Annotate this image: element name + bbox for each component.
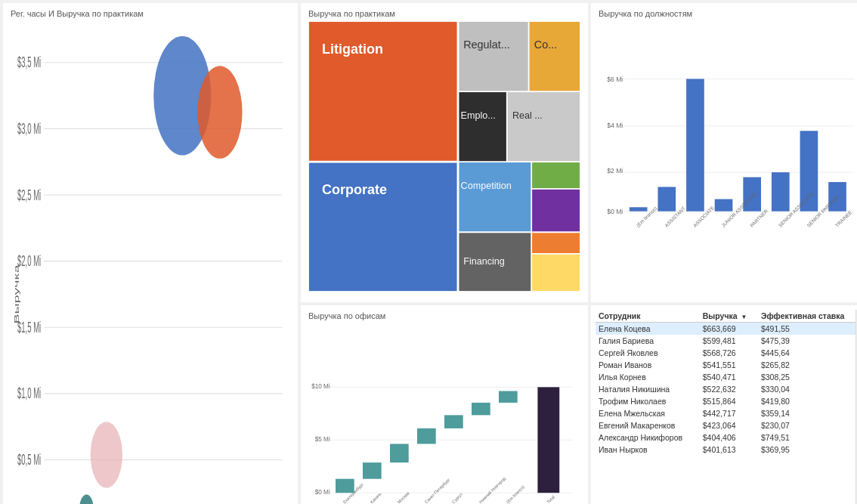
svg-rect-71 bbox=[715, 199, 733, 212]
employee-rate: $491,55 bbox=[758, 323, 857, 335]
svg-rect-33 bbox=[529, 21, 580, 91]
svg-rect-69 bbox=[657, 187, 676, 211]
employee-rate: $749,51 bbox=[758, 431, 857, 444]
svg-rect-39 bbox=[507, 91, 580, 162]
employee-revenue: $540,471 bbox=[700, 371, 758, 383]
employee-revenue: $663,669 bbox=[700, 323, 758, 335]
svg-rect-96 bbox=[499, 391, 518, 403]
svg-text:Санкт-Петербург: Санкт-Петербург bbox=[424, 478, 451, 504]
employee-rate: $265,82 bbox=[758, 359, 857, 371]
table-row[interactable]: Трофим Николаев $515,864 $419,80 bbox=[596, 395, 857, 407]
scatter-title: Рег. часы И Выручка по практикам bbox=[11, 9, 290, 18]
svg-text:$1,0 Mi: $1,0 Mi bbox=[17, 385, 41, 402]
office-title: Выручка по офисам bbox=[308, 311, 580, 320]
employee-revenue: $442,717 bbox=[700, 407, 758, 419]
employee-rate: $230,07 bbox=[758, 419, 857, 431]
employee-rate: $475,39 bbox=[758, 335, 857, 347]
svg-text:$2,0 Mi: $2,0 Mi bbox=[17, 252, 41, 269]
employee-revenue: $515,864 bbox=[700, 395, 758, 407]
svg-text:Competition: Competition bbox=[461, 181, 512, 191]
employee-revenue: $522,632 bbox=[700, 383, 758, 395]
svg-rect-70 bbox=[686, 79, 704, 211]
employee-name: Александр Никифоров bbox=[596, 431, 700, 444]
employee-name: Сергей Яковлев bbox=[596, 347, 700, 359]
svg-point-23 bbox=[79, 495, 94, 504]
employee-table: Сотрудник Выручка ▼ Эффективная ставка Е… bbox=[596, 310, 857, 456]
table-row[interactable]: Илья Корнев $540,471 $308,25 bbox=[596, 371, 857, 383]
table-panel: Сотрудник Выручка ▼ Эффективная ставка Е… bbox=[591, 305, 857, 504]
svg-rect-68 bbox=[630, 207, 648, 211]
table-row[interactable]: Галия Бариева $599,481 $475,39 bbox=[596, 335, 857, 347]
table-row[interactable]: Елена Коцева $663,669 $491,55 bbox=[596, 323, 857, 335]
svg-text:$3,0 Mi: $3,0 Mi bbox=[17, 120, 41, 137]
employee-rate: $445,64 bbox=[758, 347, 857, 359]
sort-icon: ▼ bbox=[741, 314, 747, 320]
svg-rect-91 bbox=[363, 462, 382, 479]
employee-revenue: $541,551 bbox=[700, 359, 758, 371]
svg-rect-47 bbox=[531, 232, 580, 254]
svg-text:$5 Mi: $5 Mi bbox=[315, 436, 330, 443]
svg-rect-31 bbox=[458, 21, 529, 91]
table-row[interactable]: Наталия Никишина $522,632 $330,04 bbox=[596, 383, 857, 395]
svg-text:Выручка: Выручка bbox=[12, 264, 20, 324]
employee-name: Наталия Никишина bbox=[596, 383, 700, 395]
office-svg: $10 Mi $5 Mi $0 Mi Екатеринб bbox=[308, 323, 580, 504]
svg-point-21 bbox=[197, 66, 242, 159]
employee-rate: $369,95 bbox=[758, 444, 857, 456]
table-row[interactable]: Евгений Макаренков $423,064 $230,07 bbox=[596, 419, 857, 431]
svg-text:$0 Mi: $0 Mi bbox=[315, 489, 330, 496]
svg-rect-48 bbox=[531, 254, 580, 292]
employee-revenue: $404,406 bbox=[700, 431, 758, 444]
scatter-panel: Рег. часы И Выручка по практикам $3,5 Mi… bbox=[3, 3, 298, 504]
svg-text:Emplo...: Emplo... bbox=[461, 110, 496, 121]
svg-rect-93 bbox=[417, 428, 436, 444]
svg-rect-90 bbox=[336, 479, 354, 493]
svg-text:Нижний Новгород: Нижний Новгород bbox=[478, 476, 507, 504]
employee-name: Елена Мжельская bbox=[596, 407, 700, 419]
svg-rect-92 bbox=[390, 444, 409, 462]
svg-text:$3,5 Mi: $3,5 Mi bbox=[17, 54, 41, 71]
svg-text:Real ...: Real ... bbox=[512, 110, 543, 121]
scatter-area: $3,5 Mi $3,0 Mi $2,5 Mi $2,0 Mi $1,5 Mi … bbox=[11, 21, 290, 504]
employee-rate: $419,80 bbox=[758, 395, 857, 407]
employee-revenue: $568,726 bbox=[700, 347, 758, 359]
svg-text:Regulat...: Regulat... bbox=[463, 39, 510, 51]
scatter-svg: $3,5 Mi $3,0 Mi $2,5 Mi $2,0 Mi $1,5 Mi … bbox=[11, 21, 290, 504]
svg-rect-94 bbox=[444, 415, 463, 428]
table-row[interactable]: Сергей Яковлев $568,726 $445,64 bbox=[596, 347, 857, 359]
employee-name: Илья Корнев bbox=[596, 371, 700, 383]
svg-text:Litigation: Litigation bbox=[322, 42, 383, 57]
treemap-title: Выручка по практикам bbox=[308, 9, 580, 18]
svg-rect-37 bbox=[458, 91, 507, 162]
bar-right-panel: Выручка по должностям $6 Mi $4 Mi $2 Mi … bbox=[591, 3, 857, 302]
svg-text:$2,5 Mi: $2,5 Mi bbox=[17, 187, 41, 203]
svg-rect-73 bbox=[772, 172, 790, 212]
employee-rate: $330,04 bbox=[758, 383, 857, 395]
table-row[interactable]: Иван Нырков $401,613 $369,95 bbox=[596, 444, 857, 456]
svg-text:$4 Mi: $4 Mi bbox=[607, 122, 623, 129]
svg-text:TRAINEE: TRAINEE bbox=[834, 209, 853, 228]
bar-right-svg: $6 Mi $4 Mi $2 Mi $0 Mi bbox=[599, 21, 857, 280]
table-row[interactable]: Елена Мжельская $442,717 $359,14 bbox=[596, 407, 857, 419]
svg-text:$10 Mi: $10 Mi bbox=[311, 383, 330, 390]
col-rate[interactable]: Эффективная ставка bbox=[758, 310, 857, 323]
svg-text:$6 Mi: $6 Mi bbox=[607, 76, 623, 83]
svg-rect-95 bbox=[472, 403, 490, 415]
table-row[interactable]: Роман Иванов $541,551 $265,82 bbox=[596, 359, 857, 371]
employee-name: Евгений Макаренков bbox=[596, 419, 700, 431]
svg-text:Казань: Казань bbox=[370, 491, 382, 504]
treemap-container[interactable]: Litigation Regulat... Co... Corporate Em… bbox=[308, 21, 580, 292]
table-row[interactable]: Александр Никифоров $404,406 $749,51 bbox=[596, 431, 857, 444]
svg-text:Financing: Financing bbox=[463, 256, 505, 267]
treemap-svg: Litigation Regulat... Co... Corporate Em… bbox=[308, 21, 580, 292]
svg-text:$2 Mi: $2 Mi bbox=[607, 167, 623, 175]
svg-point-22 bbox=[91, 422, 122, 488]
office-panel: Выручка по офисам $10 Mi $5 Mi $0 Mi bbox=[301, 305, 588, 504]
svg-rect-46 bbox=[531, 189, 580, 232]
col-revenue[interactable]: Выручка ▼ bbox=[700, 310, 758, 323]
svg-text:Total: Total bbox=[546, 495, 555, 504]
svg-text:Co...: Co... bbox=[534, 39, 557, 51]
col-employee[interactable]: Сотрудник bbox=[596, 310, 700, 323]
employee-revenue: $423,064 bbox=[700, 419, 758, 431]
svg-rect-97 bbox=[537, 387, 559, 493]
